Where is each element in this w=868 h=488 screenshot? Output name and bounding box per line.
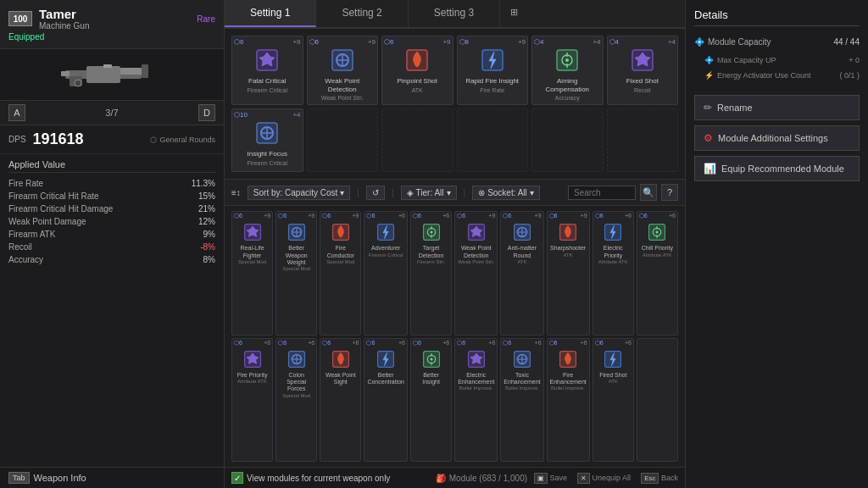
available-module-card[interactable]: ⬡6 +6 Better Insight [410,338,452,462]
available-module-card[interactable]: ⬡6 +6 Toxic Enhancement Bullet Improve. [500,338,543,462]
module-name: Weak Point Detection [311,77,375,93]
equipped-module-card[interactable] [531,108,604,172]
equipped-module-card[interactable]: ⬡4 +4 Aiming Compensation Accuracy [531,36,604,105]
avail-name: Target Detection [414,245,448,259]
module-cap: +9 [518,38,526,46]
tab-grid-button[interactable]: ⊞ [500,0,528,27]
socket-filter-btn[interactable]: ⊗ Socket: All ▾ [472,186,540,200]
help-button[interactable]: ? [661,184,678,201]
rename-icon: ✏ [704,102,712,114]
avail-tier: ⬡6 [322,213,331,219]
available-module-card[interactable]: ⬡6 +6 Target Detection Firearm Stri. [410,211,452,335]
available-module-card[interactable]: ⬡6 +9 Real-Life Fighter Special Mod [231,211,273,335]
equipped-module-card[interactable] [381,108,453,172]
equip-recommended-button[interactable]: 📊 Equip Recommended Module [694,156,860,181]
module-tier: ⬡6 [234,38,243,46]
filter-checkbox-area[interactable]: ✓ View modules for current weapon only [231,472,390,484]
equipped-module-card[interactable]: ⬡6 +9 Weak Point Detection Weak Point St… [307,36,379,105]
module-name: Fatal Critical [248,77,286,86]
avail-tier: ⬡6 [639,213,648,219]
equipped-module-card[interactable]: ⬡4 +4 Fixed Shot Recoil [607,36,679,105]
weapon-info-label: Weapon Info [34,473,86,483]
available-module-card[interactable]: ⬡6 +6 Better Concentration [364,338,408,462]
weapon-image [0,49,224,100]
avail-type: Attribute ATK [643,252,672,258]
sort-dropdown-icon: ▾ [340,188,344,197]
avail-cap: +6 [308,340,314,346]
tier-icon: ◈ [407,188,414,197]
available-module-card[interactable]: ⬡6 +9 Sharpshooter ATK [547,211,590,335]
refresh-btn[interactable]: ↺ [366,186,385,200]
avail-tier: ⬡6 [457,340,465,347]
save-action[interactable]: ▣ Save [534,474,567,482]
module-icon [329,47,356,74]
tab-setting2[interactable]: Setting 2 [316,0,408,27]
equipped-module-card[interactable]: ⬡8 +9 Rapid Fire Insight Fire Rate [457,36,529,105]
equipped-module-card[interactable]: ⬡6 +9 Fatal Critical Firearm Critical [231,36,303,105]
avail-cap: +9 [581,213,587,219]
avail-cap: +9 [264,213,270,219]
avail-cap: +6 [352,340,359,346]
avail-tier: ⬡6 [278,213,287,219]
available-module-card[interactable]: ⬡6 +6 Electric Enhancement Bullet Improv… [454,338,498,462]
avail-name: Better Insight [414,372,448,386]
available-module-card[interactable]: ⬡6 +6 Electric Priority Attribute ATK [593,211,634,335]
sort-capacity-btn[interactable]: Sort by: Capacity Cost ▾ [248,186,350,200]
weapon-info-tab[interactable]: Tab Weapon Info [0,467,224,488]
avail-cap: +6 [535,340,542,346]
dps-row: DPS 191618 ⬡ General Rounds [0,125,224,154]
avail-cap: +6 [488,340,495,346]
search-input[interactable] [568,186,636,200]
search-button[interactable]: 🔍 [640,184,657,201]
avail-cap: +6 [625,340,632,346]
applied-value-title: Applied Value [8,159,215,173]
available-modules-grid: ⬡6 +9 Real-Life Fighter Special Mod ⬡6 +… [225,206,685,467]
tab-setting1[interactable]: Setting 1 [225,0,316,27]
avail-tier: ⬡6 [322,340,331,347]
available-module-card[interactable]: ⬡6 +6 Chill Priority Attribute ATK [637,211,678,335]
available-module-card[interactable]: ⬡6 +6 Fire Enhancement Bullet Improve. [547,338,590,462]
module-subtype: Firearm Critical [248,87,287,93]
avail-name: Fire Priority [237,372,268,379]
available-module-card[interactable]: ⬡6 +6 Weak Point Sight [320,338,361,462]
back-action[interactable]: Esc Back [641,474,678,482]
module-cap: +4 [593,38,600,46]
available-module-card[interactable]: ⬡6 +6 Fired Shot ATK [593,338,634,462]
avail-tier: ⬡6 [503,340,511,347]
avail-type: Special Mod [282,266,310,271]
equipped-module-card[interactable] [457,108,529,172]
equipped-module-card[interactable] [607,108,679,172]
avail-type: Bullet Improve. [505,385,539,391]
available-module-card[interactable]: ⬡6 +9 Better Weapon Weight Special Mod [275,211,317,335]
tier-filter-btn[interactable]: ◈ Tier: All ▾ [401,186,457,200]
module-settings-button[interactable]: ⚙ Module Additional Settings [694,125,860,151]
equipped-module-card[interactable]: ⬡10 +4 Insight Focus Firearm Critical [231,108,303,172]
slot-d-button[interactable]: D [198,104,215,121]
avail-icon [375,221,397,243]
module-count: 🎒 Module (683 / 1,000) [436,474,527,483]
equipped-module-card[interactable]: ⬡6 +9 Pinpoint Shot ATK [381,36,453,105]
available-module-card[interactable]: ⬡6 +9 Fire Conductor Special Mod [320,211,361,335]
capacity-label: Module Capacity [708,37,771,47]
tab-setting3[interactable]: Setting 3 [409,0,500,27]
unequip-action[interactable]: ✕ Unequip All [577,474,631,482]
slot-a-button[interactable]: A [8,104,25,121]
stat-row: Fire Rate 11.3% [8,177,215,190]
equipped-module-card[interactable] [307,108,379,172]
avail-name: Chill Priority [642,245,673,252]
avail-cap: +9 [535,213,542,219]
avail-name: Colon Special Forces [279,372,314,393]
right-panel: Details 💠 Module Capacity 44 / 44 💠 Max … [686,0,868,488]
equipped-modules-grid: ⬡6 +9 Fatal Critical Firearm Critical ⬡6… [225,29,685,179]
filter-checkbox[interactable]: ✓ [231,472,243,484]
center-panel: Setting 1 Setting 2 Setting 3 ⊞ ⬡6 +9 Fa… [225,0,686,488]
available-module-card[interactable]: ⬡6 +6 Fire Priority Attribute ATK [231,338,273,462]
available-module-card[interactable]: ⬡6 +9 Anti-matter Round ATK [500,211,543,335]
available-module-card[interactable]: ⬡6 +9 Weak Point Detection Weak Point St… [454,211,498,335]
available-module-card[interactable] [637,338,678,462]
module-name: Rapid Fire Insight [465,77,519,86]
available-module-card[interactable]: ⬡6 +6 Colon Special Forces Special Mod [275,338,317,462]
avail-cap: +6 [581,340,587,346]
available-module-card[interactable]: ⬡6 +6 Adventurer Firearm Critical [364,211,408,335]
rename-button[interactable]: ✏ Rename [694,95,860,120]
